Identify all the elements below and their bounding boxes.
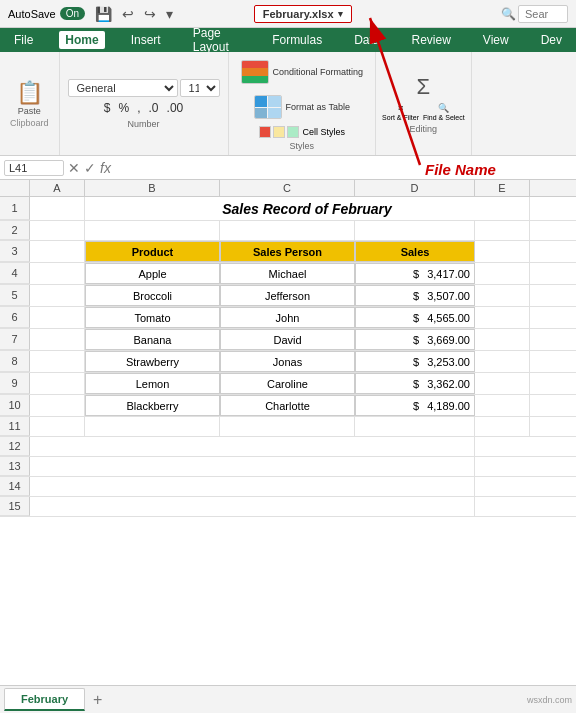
- cell-a2[interactable]: [30, 221, 85, 240]
- cell-e2[interactable]: [475, 221, 530, 240]
- cell-c2[interactable]: [220, 221, 355, 240]
- cell-b3-product[interactable]: Product: [85, 241, 220, 262]
- formula-input[interactable]: [115, 161, 572, 175]
- find-select-btn[interactable]: 🔍 Find & Select: [423, 103, 465, 121]
- cell-styles-label: Cell Styles: [303, 127, 346, 138]
- cell-e11[interactable]: [475, 417, 530, 436]
- filename-display[interactable]: February.xlsx ▾: [254, 5, 352, 23]
- cell-e7[interactable]: [475, 329, 530, 350]
- cell-c10[interactable]: Charlotte: [220, 395, 355, 416]
- cell-c3-salesperson[interactable]: Sales Person: [220, 241, 355, 262]
- tab-review[interactable]: Review: [406, 31, 457, 49]
- cell-reference-input[interactable]: [4, 160, 64, 176]
- comma-btn[interactable]: ,: [134, 99, 143, 117]
- tab-data[interactable]: Data: [348, 31, 385, 49]
- add-sheet-button[interactable]: +: [89, 691, 106, 709]
- tab-home[interactable]: Home: [59, 31, 104, 49]
- autosave-toggle[interactable]: On: [60, 7, 85, 20]
- cell-b9[interactable]: Lemon: [85, 373, 220, 394]
- customize-icon[interactable]: ▾: [164, 4, 175, 24]
- undo-icon[interactable]: ↩: [120, 4, 136, 24]
- cell-c11[interactable]: [220, 417, 355, 436]
- save-icon[interactable]: 💾: [93, 4, 114, 24]
- dollar-sign-btn[interactable]: $: [101, 99, 114, 117]
- cell-e9[interactable]: [475, 373, 530, 394]
- cell-14[interactable]: [30, 477, 475, 496]
- tab-file[interactable]: File: [8, 31, 39, 49]
- conditional-formatting-btn[interactable]: Conditional Formatting: [235, 56, 370, 88]
- filename-dropdown-arrow: ▾: [338, 9, 343, 19]
- col-header-e[interactable]: E: [475, 180, 530, 196]
- cell-d8[interactable]: $3,253.00: [355, 351, 475, 372]
- cell-e3[interactable]: [475, 241, 530, 262]
- col-header-d[interactable]: D: [355, 180, 475, 196]
- font-selector[interactable]: General: [68, 79, 178, 97]
- cell-15[interactable]: [30, 497, 475, 516]
- sheet-tab-february[interactable]: February: [4, 688, 85, 711]
- cell-d10[interactable]: $4,189.00: [355, 395, 475, 416]
- cell-e4[interactable]: [475, 263, 530, 284]
- row-num-3: 3: [0, 241, 30, 262]
- tab-dev[interactable]: Dev: [535, 31, 568, 49]
- cell-d6[interactable]: $4,565.00: [355, 307, 475, 328]
- cell-e6[interactable]: [475, 307, 530, 328]
- cell-a7[interactable]: [30, 329, 85, 350]
- tab-formulas[interactable]: Formulas: [266, 31, 328, 49]
- cell-b2[interactable]: [85, 221, 220, 240]
- cell-e10[interactable]: [475, 395, 530, 416]
- col-header-a[interactable]: A: [30, 180, 85, 196]
- percent-btn[interactable]: %: [116, 99, 133, 117]
- cell-a4[interactable]: [30, 263, 85, 284]
- decrease-decimal-btn[interactable]: .0: [146, 99, 162, 117]
- col-header-c[interactable]: C: [220, 180, 355, 196]
- cell-c7[interactable]: David: [220, 329, 355, 350]
- cell-b5[interactable]: Broccoli: [85, 285, 220, 306]
- cell-c9[interactable]: Caroline: [220, 373, 355, 394]
- cell-a5[interactable]: [30, 285, 85, 306]
- redo-icon[interactable]: ↪: [142, 4, 158, 24]
- cell-c4[interactable]: Michael: [220, 263, 355, 284]
- sum-icon[interactable]: Σ: [417, 74, 431, 100]
- excel-window: AutoSave On 💾 ↩ ↪ ▾ February.xlsx ▾ 🔍 Fi…: [0, 0, 576, 713]
- cell-d3-sales[interactable]: Sales: [355, 241, 475, 262]
- cell-e8[interactable]: [475, 351, 530, 372]
- cell-b1-merged[interactable]: Sales Record of February: [85, 197, 530, 220]
- cell-e5[interactable]: [475, 285, 530, 306]
- search-input[interactable]: [518, 5, 568, 23]
- cell-b11[interactable]: [85, 417, 220, 436]
- cell-13[interactable]: [30, 457, 475, 476]
- cell-c5[interactable]: Jefferson: [220, 285, 355, 306]
- cell-b10[interactable]: Blackberry: [85, 395, 220, 416]
- paste-group[interactable]: 📋 Paste Clipboard: [0, 52, 60, 155]
- cell-a11[interactable]: [30, 417, 85, 436]
- cell-b4[interactable]: Apple: [85, 263, 220, 284]
- cell-d2[interactable]: [355, 221, 475, 240]
- col-header-b[interactable]: B: [85, 180, 220, 196]
- font-size-selector[interactable]: 11: [180, 79, 220, 97]
- cell-12[interactable]: [30, 437, 475, 456]
- tab-insert[interactable]: Insert: [125, 31, 167, 49]
- cell-a1[interactable]: [30, 197, 85, 220]
- cell-a9[interactable]: [30, 373, 85, 394]
- cell-d9[interactable]: $3,362.00: [355, 373, 475, 394]
- sort-filter-btn[interactable]: ≡ Sort & Filter: [382, 103, 419, 121]
- cell-d4[interactable]: $3,417.00: [355, 263, 475, 284]
- cell-d11[interactable]: [355, 417, 475, 436]
- increase-decimal-btn[interactable]: .00: [164, 99, 187, 117]
- cell-b8[interactable]: Strawberry: [85, 351, 220, 372]
- cell-a8[interactable]: [30, 351, 85, 372]
- formula-icons: ✕ ✓ fx: [68, 160, 111, 176]
- cell-a6[interactable]: [30, 307, 85, 328]
- format-as-table-btn[interactable]: Format as Table: [248, 91, 356, 123]
- cell-b7[interactable]: Banana: [85, 329, 220, 350]
- cell-c6[interactable]: John: [220, 307, 355, 328]
- cell-a3[interactable]: [30, 241, 85, 262]
- cell-d5[interactable]: $3,507.00: [355, 285, 475, 306]
- cell-c8[interactable]: Jonas: [220, 351, 355, 372]
- cell-b6[interactable]: Tomato: [85, 307, 220, 328]
- cell-d7[interactable]: $3,669.00: [355, 329, 475, 350]
- tab-view[interactable]: View: [477, 31, 515, 49]
- table-row: 12: [0, 437, 576, 457]
- conditional-icon: [241, 60, 269, 84]
- cell-a10[interactable]: [30, 395, 85, 416]
